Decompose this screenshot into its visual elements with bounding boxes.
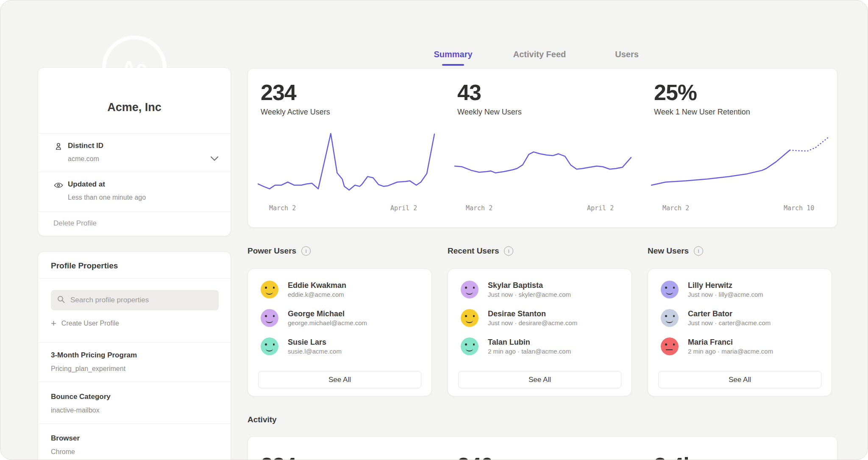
user-avatar [261, 281, 278, 298]
user-avatar [461, 281, 479, 298]
activity-stat-value: 240 [457, 453, 493, 460]
stat-label: Week 1 New User Retention [654, 108, 750, 117]
user-list-item[interactable]: Maria Franci 2 min ago · maria@acme.com [661, 335, 823, 358]
updated-at-label: Updated at [68, 180, 105, 189]
info-icon[interactable] [301, 246, 311, 256]
search-icon [57, 295, 65, 305]
delete-profile-button[interactable]: Delete Profile [53, 219, 97, 228]
distinct-id-row[interactable]: Distinct ID acme.com [38, 133, 231, 172]
user-name: Talan Lubin [488, 337, 571, 347]
profile-page: Ac Acme, Inc Distinct ID acme.com [0, 0, 868, 460]
section-title: Recent Users [448, 246, 499, 256]
summary-stats-card: 234 Weekly Active Users March 2 April 2 … [248, 68, 837, 228]
tab-summary[interactable]: Summary [434, 50, 472, 59]
user-list-item[interactable]: Eddie Kwakman eddie.k@acme.com [261, 278, 423, 301]
stat-weekly-active-users: 234 Weekly Active Users March 2 April 2 [248, 69, 445, 227]
x-axis-tick: April 2 [390, 204, 417, 212]
activity-stat-value: 234 [261, 453, 296, 460]
activity-stat-value: 3.4k [654, 453, 695, 460]
updated-at-value: Less than one minute ago [68, 194, 146, 201]
search-input[interactable] [70, 296, 213, 305]
stat-week1-retention: 25% Week 1 New User Retention March 2 Ma… [641, 69, 838, 227]
user-name: George Michael [288, 309, 367, 319]
weekly-active-users-sparkline [258, 132, 434, 194]
user-name: Desirae Stanton [488, 309, 577, 319]
section-title: Power Users [248, 246, 296, 256]
delete-profile-row: Delete Profile [38, 212, 231, 237]
user-detail: Just now · lilly@acme.com [688, 290, 763, 299]
user-list-item[interactable]: George Michael george.michael@acme.com [261, 307, 423, 329]
user-list-item[interactable]: Talan Lubin 2 min ago · talan@acme.com [461, 335, 623, 358]
weekly-new-users-sparkline [455, 132, 631, 194]
company-avatar: Ac [102, 36, 167, 100]
tab-users[interactable]: Users [615, 50, 639, 59]
stat-label: Weekly Active Users [261, 108, 330, 117]
divider [38, 342, 231, 343]
divider [38, 424, 231, 424]
property-name: Bounce Category [51, 393, 111, 401]
recent-users-card: Skylar Baptista Just now · skyler@acme.c… [448, 268, 632, 396]
see-all-button[interactable]: See All [658, 371, 821, 388]
plus-icon: + [51, 319, 56, 328]
user-detail: Just now · desirare@acme.com [488, 319, 577, 327]
user-avatar [461, 337, 479, 355]
property-value: Pricing_plan_experiment [51, 365, 125, 373]
user-detail: eddie.k@acme.com [288, 290, 346, 299]
property-name: 3-Month Pricing Program [51, 351, 137, 360]
user-list-item[interactable]: Lilly Herwitz Just now · lilly@acme.com [661, 278, 823, 301]
user-detail: 2 min ago · talan@acme.com [488, 347, 571, 356]
new-users-card: Lilly Herwitz Just now · lilly@acme.com … [648, 268, 832, 396]
user-avatar [261, 337, 278, 355]
profile-properties-title: Profile Properties [51, 261, 118, 270]
user-avatar [661, 309, 679, 327]
user-name: Carter Bator [688, 309, 771, 319]
activity-card: 234 240 3.4k [248, 436, 837, 460]
power-users-card: Eddie Kwakman eddie.k@acme.com George Mi… [248, 268, 432, 396]
user-detail: Just now · skyler@acme.com [488, 290, 571, 299]
stat-value: 25% [654, 80, 697, 105]
user-list-item[interactable]: Carter Bator Just now · carter@acme.com [661, 307, 823, 329]
see-all-button[interactable]: See All [258, 371, 421, 388]
user-name: Lilly Herwitz [688, 280, 763, 290]
profile-properties-card: Profile Properties + Create User Profile… [38, 251, 231, 460]
user-detail: susie.l@acme.com [288, 347, 342, 356]
user-avatar [261, 309, 278, 327]
distinct-id-label: Distinct ID [68, 142, 103, 150]
user-list-item[interactable]: Desirae Stanton Just now · desirare@acme… [461, 307, 623, 329]
week1-retention-sparkline [651, 132, 828, 194]
x-axis-tick: March 2 [269, 204, 296, 212]
power-users-header: Power Users [248, 246, 311, 256]
property-value: Chrome [51, 448, 75, 456]
user-detail: Just now · carter@acme.com [688, 319, 771, 327]
new-users-header: New Users [648, 246, 703, 256]
updated-at-row: Updated at Less than one minute ago [38, 172, 231, 212]
x-axis-tick: March 10 [784, 204, 814, 212]
activity-section-title: Activity [248, 415, 277, 424]
user-name: Susie Lars [288, 337, 342, 347]
create-user-profile-label: Create User Profile [61, 320, 119, 327]
property-value: inactive-mailbox [51, 407, 100, 414]
user-name: Skylar Baptista [488, 280, 571, 290]
stat-weekly-new-users: 43 Weekly New Users March 2 April 2 [445, 69, 641, 227]
user-avatar [661, 337, 679, 355]
chevron-down-icon[interactable] [210, 155, 219, 163]
person-icon [53, 142, 64, 153]
divider [38, 382, 231, 382]
user-name: Eddie Kwakman [288, 280, 346, 290]
see-all-button[interactable]: See All [458, 371, 621, 388]
info-icon[interactable] [504, 246, 513, 256]
user-detail: george.michael@acme.com [288, 319, 367, 327]
user-name: Maria Franci [688, 337, 773, 347]
distinct-id-value: acme.com [68, 155, 99, 163]
user-list-item[interactable]: Skylar Baptista Just now · skyler@acme.c… [461, 278, 623, 301]
eye-icon [53, 180, 64, 192]
user-list-item[interactable]: Susie Lars susie.l@acme.com [261, 335, 423, 358]
stat-value: 43 [457, 80, 481, 105]
company-name: Acme, Inc [38, 101, 231, 114]
search-profile-properties[interactable] [51, 290, 219, 310]
tab-activity-feed[interactable]: Activity Feed [513, 50, 566, 59]
info-icon[interactable] [694, 246, 703, 256]
divider [38, 278, 231, 279]
property-name: Browser [51, 434, 80, 443]
create-user-profile-button[interactable]: + Create User Profile [51, 319, 119, 328]
